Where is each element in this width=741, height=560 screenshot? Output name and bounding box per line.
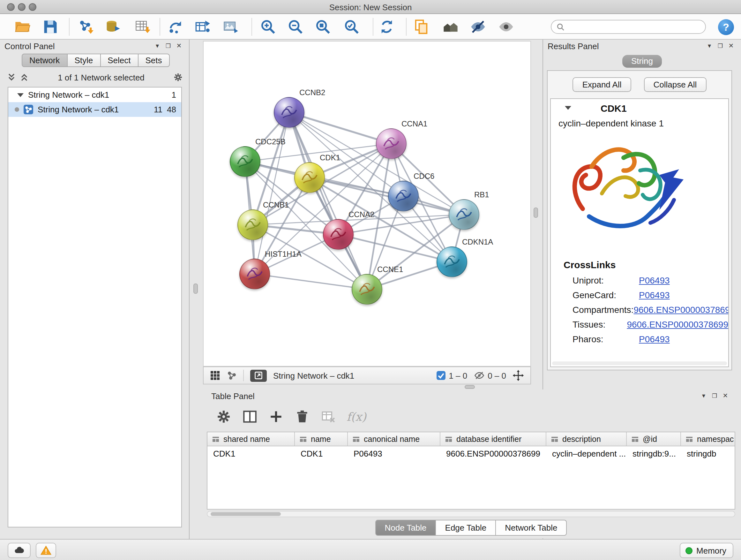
clone-network-button[interactable]: [413, 18, 429, 35]
panel-float-icon[interactable]: ❒: [715, 40, 726, 52]
tree-caret-icon[interactable]: [17, 93, 23, 97]
table-cell: stringdb: [681, 446, 735, 460]
panel-collapse-icon[interactable]: ▾: [152, 40, 163, 52]
column-header-shared-name[interactable]: shared name: [207, 432, 295, 446]
add-column-icon[interactable]: [268, 408, 284, 424]
import-network-button[interactable]: [78, 18, 94, 35]
crosslink-link[interactable]: P06493: [639, 290, 670, 300]
control-tab-select[interactable]: Select: [100, 54, 138, 67]
protein-card-caret-icon[interactable]: [565, 106, 571, 110]
bottom-splitter-handle[interactable]: [465, 385, 475, 389]
column-header-description[interactable]: description: [546, 432, 627, 446]
zoom-fit-button[interactable]: [315, 18, 331, 35]
panel-close-icon[interactable]: ✕: [720, 389, 731, 402]
table-settings-gear-icon[interactable]: [216, 408, 232, 424]
tab-edge-table[interactable]: Edge Table: [436, 520, 496, 536]
table-row[interactable]: CDK1CDK1P064939606.ENSP00000378699cyclin…: [207, 446, 735, 460]
hscroll-thumb[interactable]: [211, 512, 281, 516]
column-header-namespac[interactable]: namespac: [681, 432, 735, 446]
import-database-button[interactable]: [105, 18, 121, 35]
tab-network-table[interactable]: Network Table: [496, 520, 567, 536]
crosslink-link[interactable]: 9606.ENSP00000378699: [633, 304, 729, 314]
panel-collapse-icon[interactable]: ▾: [704, 40, 715, 52]
gear-icon[interactable]: [173, 72, 183, 82]
expand-all-icon[interactable]: [19, 72, 29, 82]
show-columns-icon[interactable]: [242, 408, 258, 424]
network-edge-HIST1H1A-CCNE1[interactable]: [255, 274, 367, 289]
save-session-button[interactable]: [42, 18, 59, 35]
birds-eye-grid-icon[interactable]: [210, 370, 220, 381]
network-node-CCNE1[interactable]: [352, 274, 382, 305]
column-header--id[interactable]: @id: [627, 432, 681, 446]
panel-float-icon[interactable]: ❒: [163, 40, 174, 52]
panel-float-icon[interactable]: ❒: [709, 389, 720, 402]
tab-string[interactable]: String: [622, 55, 662, 68]
collapse-all-icon[interactable]: [6, 72, 17, 82]
hidden-eye-icon[interactable]: [474, 370, 485, 381]
network-collection-row[interactable]: String Network – cdk1 1: [8, 87, 181, 102]
export-image-button[interactable]: [223, 18, 239, 35]
panel-close-icon[interactable]: ✕: [174, 40, 185, 52]
zoom-selected-button[interactable]: [343, 18, 360, 35]
show-all-button[interactable]: [498, 18, 515, 35]
open-in-window-button[interactable]: [250, 369, 267, 381]
node-label-CDK1: CDK1: [320, 153, 340, 162]
network-node-CCNB2[interactable]: [274, 97, 305, 128]
left-splitter-handle[interactable]: [193, 284, 198, 294]
collapse-all-button[interactable]: Collapse All: [644, 77, 706, 91]
tab-node-table[interactable]: Node Table: [375, 520, 436, 536]
control-tab-sets[interactable]: Sets: [138, 54, 170, 67]
network-node-CDK1[interactable]: [294, 162, 325, 193]
network-edge-CCNB2-CCNE1[interactable]: [289, 112, 367, 289]
crosslink-link[interactable]: 9606.ENSP00000378699: [627, 319, 728, 329]
edge-count: 48: [167, 105, 176, 114]
network-node-CDKN1A[interactable]: [436, 246, 467, 277]
column-type-icon: [685, 435, 693, 443]
pan-crosshair-icon[interactable]: [513, 370, 524, 381]
open-session-button[interactable]: [14, 18, 30, 35]
column-header-canonical-name[interactable]: canonical name: [348, 432, 441, 446]
hide-selected-button[interactable]: [470, 18, 486, 35]
crosslink-link[interactable]: P06493: [639, 275, 670, 285]
network-canvas[interactable]: CCNB2CCNA1CDC25BCDK1CDC6RB1CCNB1CCNA2CDK…: [203, 41, 531, 367]
refresh-network-button[interactable]: [167, 18, 184, 35]
results-scrollbar[interactable]: [552, 361, 727, 365]
right-splitter-handle[interactable]: [534, 207, 538, 218]
control-tab-network[interactable]: Network: [22, 54, 67, 67]
help-button[interactable]: ?: [718, 19, 734, 35]
column-header-name[interactable]: name: [295, 432, 348, 446]
network-share-icon[interactable]: [226, 370, 237, 381]
import-table-button[interactable]: [135, 18, 151, 35]
panel-close-icon[interactable]: ✕: [726, 40, 737, 52]
column-header-database-identifier[interactable]: database identifier: [441, 432, 546, 446]
search-input[interactable]: [568, 22, 700, 31]
control-panel-title: Control Panel: [4, 41, 55, 51]
panel-collapse-icon[interactable]: ▾: [698, 389, 709, 402]
current-network-dot-icon: [15, 107, 19, 112]
zoom-out-button[interactable]: [287, 18, 304, 35]
memory-button[interactable]: Memory: [680, 543, 733, 558]
expand-all-button[interactable]: Expand All: [573, 77, 631, 91]
network-node-CCNA2[interactable]: [323, 219, 354, 250]
network-edge-CCNB2-CCNA1[interactable]: [289, 112, 391, 144]
selected-checkbox-icon[interactable]: [436, 370, 446, 381]
crosslink-link[interactable]: P06493: [639, 334, 670, 344]
network-from-table-button[interactable]: [195, 18, 211, 35]
network-node-HIST1H1A[interactable]: [239, 259, 270, 289]
control-tab-style[interactable]: Style: [67, 54, 100, 67]
warnings-button[interactable]: [36, 543, 56, 558]
network-node-CCNB1[interactable]: [238, 209, 268, 240]
network-node-CDC25B[interactable]: [230, 146, 260, 177]
table-hscrollbar[interactable]: [207, 511, 735, 517]
cloud-status-button[interactable]: [8, 543, 30, 558]
home-views-button[interactable]: [442, 18, 459, 35]
function-builder-button[interactable]: f(x): [347, 410, 366, 423]
network-row[interactable]: String Network – cdk1 11 48: [8, 102, 181, 117]
network-node-RB1[interactable]: [449, 199, 479, 230]
network-edge-CDK1-RB1[interactable]: [310, 178, 464, 214]
refresh-view-button[interactable]: [379, 18, 395, 35]
delete-column-icon[interactable]: [294, 408, 310, 424]
network-node-CCNA1[interactable]: [376, 128, 407, 159]
network-node-CDC6[interactable]: [388, 181, 419, 211]
zoom-in-button[interactable]: [260, 18, 276, 35]
